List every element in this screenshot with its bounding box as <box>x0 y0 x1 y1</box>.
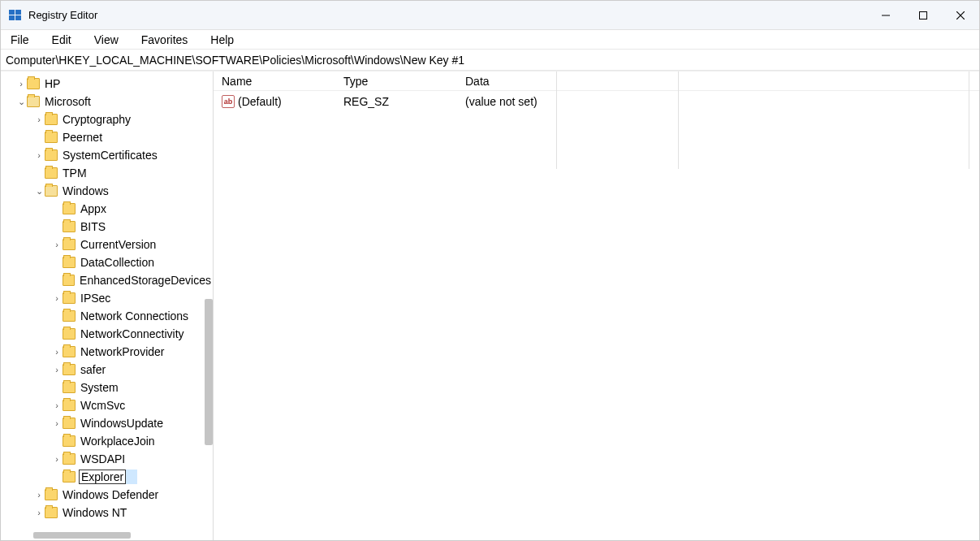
tree-node-currentversion[interactable]: ›CurrentVersion <box>1 236 213 253</box>
tree-node-enhancedstoragedevices[interactable]: ›EnhancedStorageDevices <box>1 271 213 289</box>
tree-scrollbar-horizontal[interactable] <box>33 532 131 539</box>
tree-node-bits[interactable]: ›BITS <box>1 218 213 236</box>
value-type: REG_SZ <box>343 95 465 108</box>
tree-node-workplacejoin[interactable]: ›WorkplaceJoin <box>1 432 213 450</box>
close-button[interactable] <box>942 1 979 30</box>
tree-node-appx[interactable]: ›Appx <box>1 200 213 218</box>
tree-node-peernet[interactable]: ›Peernet <box>1 128 213 146</box>
tree-node-systemcertificates[interactable]: ›SystemCertificates <box>1 146 213 164</box>
column-header-type[interactable]: Type <box>343 75 465 88</box>
tree-node-tpm[interactable]: ›TPM <box>1 164 213 182</box>
menu-file[interactable]: File <box>7 32 32 48</box>
rename-input[interactable] <box>79 470 126 484</box>
tree-node-windows-defender[interactable]: ›Windows Defender <box>1 486 213 504</box>
tree-node-windowsupdate[interactable]: ›WindowsUpdate <box>1 414 213 432</box>
menu-view[interactable]: View <box>91 32 122 48</box>
registry-tree[interactable]: ›HP ⌄Microsoft ›Cryptography ›Peernet ›S… <box>1 75 213 533</box>
tree-node-wsdapi[interactable]: ›WSDAPI <box>1 450 213 468</box>
tree-pane: ›HP ⌄Microsoft ›Cryptography ›Peernet ›S… <box>1 71 214 540</box>
tree-node-new-key[interactable]: › <box>1 468 213 486</box>
menu-favorites[interactable]: Favorites <box>138 32 192 48</box>
column-header-data[interactable]: Data <box>465 75 979 88</box>
address-text: Computer\HKEY_LOCAL_MACHINE\SOFTWARE\Pol… <box>6 54 464 67</box>
app-icon <box>9 9 22 22</box>
tree-scrollbar-vertical[interactable] <box>205 299 213 445</box>
values-pane: Name Type Data ab (Default) REG_SZ (valu… <box>214 71 979 540</box>
value-data: (value not set) <box>465 95 979 108</box>
tree-node-networkconnectivity[interactable]: ›NetworkConnectivity <box>1 325 213 343</box>
tree-node-system[interactable]: ›System <box>1 379 213 396</box>
tree-node-windows[interactable]: ⌄Windows <box>1 182 213 200</box>
tree-node-wcmsvc[interactable]: ›WcmSvc <box>1 396 213 414</box>
tree-node-ipsec[interactable]: ›IPSec <box>1 289 213 307</box>
menu-help[interactable]: Help <box>207 32 237 48</box>
svg-rect-5 <box>920 11 927 19</box>
tree-node-datacollection[interactable]: ›DataCollection <box>1 253 213 271</box>
tree-node-hp[interactable]: ›HP <box>1 75 213 93</box>
window-title: Registry Editor <box>28 9 97 21</box>
values-header: Name Type Data <box>214 71 979 91</box>
address-bar[interactable]: Computer\HKEY_LOCAL_MACHINE\SOFTWARE\Pol… <box>1 50 979 71</box>
content-area: ›HP ⌄Microsoft ›Cryptography ›Peernet ›S… <box>1 71 979 540</box>
menu-edit[interactable]: Edit <box>49 32 75 48</box>
value-row[interactable]: ab (Default) REG_SZ (value not set) <box>214 91 979 112</box>
tree-node-safer[interactable]: ›safer <box>1 361 213 379</box>
string-value-icon: ab <box>222 95 235 108</box>
tree-node-networkprovider[interactable]: ›NetworkProvider <box>1 343 213 361</box>
titlebar: Registry Editor <box>1 1 979 30</box>
tree-node-windows-nt[interactable]: ›Windows NT <box>1 504 213 522</box>
svg-rect-1 <box>15 10 21 15</box>
tree-node-cryptography[interactable]: ›Cryptography <box>1 110 213 128</box>
svg-rect-3 <box>15 15 21 20</box>
svg-rect-2 <box>9 15 15 20</box>
svg-rect-0 <box>9 10 15 15</box>
column-header-name[interactable]: Name <box>222 75 343 88</box>
window: Registry Editor File Edit View Favorites… <box>0 0 980 541</box>
tree-node-microsoft[interactable]: ⌄Microsoft <box>1 93 213 110</box>
minimize-button[interactable] <box>867 1 904 30</box>
maximize-button[interactable] <box>904 1 942 30</box>
value-name: (Default) <box>238 95 282 108</box>
tree-node-network-connections[interactable]: ›Network Connections <box>1 307 213 325</box>
menubar: File Edit View Favorites Help <box>1 30 979 50</box>
